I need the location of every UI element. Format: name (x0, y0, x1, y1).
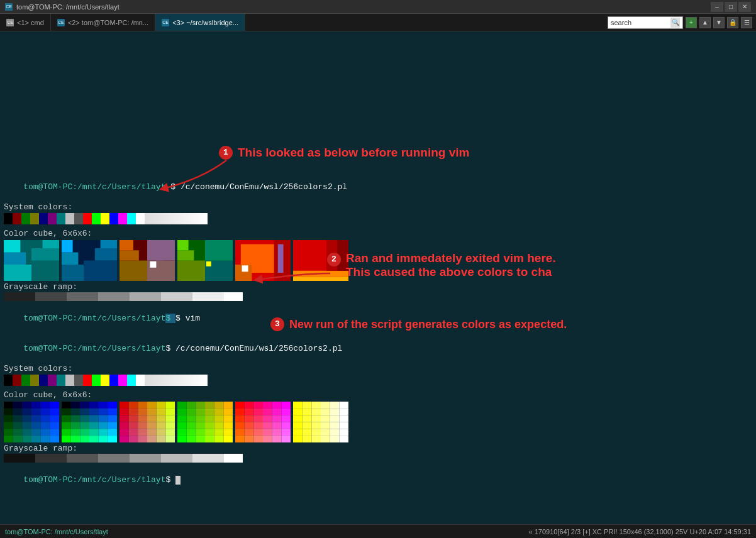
tab-2-icon: CE (57, 19, 65, 26)
command-line-1: tom@TOM-PC:/mnt/c/Users/tlayt $ /c/conem… (4, 172, 752, 202)
cube-8 (62, 402, 117, 442)
search-go-button[interactable]: 🔍 (670, 18, 680, 28)
tab-2-label: <2> tom@TOM-PC: /mn... (68, 19, 148, 26)
tab-2[interactable]: CE <2> tom@TOM-PC: /mn... (51, 14, 155, 31)
statusbar: tom@TOM-PC: /mnt/c/Users/tlayt « 170910[… (0, 524, 756, 538)
cube-9 (120, 402, 175, 442)
system-colors-label-2: System colors: (4, 364, 752, 374)
scroll-up-button[interactable]: ▲ (699, 17, 711, 28)
annotation-2-text-2: This caused the above colors to cha (346, 265, 556, 279)
color-cube-label-1: Color cube, 6x6x6: (4, 229, 752, 239)
tab-1-icon: CE (6, 19, 14, 26)
titlebar-title: tom@TOM-PC: /mnt/c/Users/tlayt (16, 3, 120, 11)
grayscale-bar-1 (4, 292, 243, 301)
annotation-1: 1 This looked as below before running vi… (219, 146, 469, 160)
annotation-3: 3 New run of the script generates colors… (270, 317, 567, 331)
system-colors-label-1: System colors: (4, 202, 752, 212)
system-colors-row-2 (4, 375, 752, 386)
tab-3[interactable]: CE <3> ~/src/wslbridge... (155, 14, 245, 31)
titlebar: CE tom@TOM-PC: /mnt/c/Users/tlayt – □ ✕ (0, 0, 756, 14)
cube-1 (4, 240, 59, 281)
cube-4 (177, 240, 233, 281)
lock-button[interactable]: 🔒 (727, 17, 738, 28)
annotation-1-text: This looked as below before running vim (238, 146, 469, 160)
scroll-down-button[interactable]: ▼ (713, 17, 725, 28)
titlebar-left: CE tom@TOM-PC: /mnt/c/Users/tlayt (5, 3, 120, 11)
tab-3-icon: CE (162, 19, 169, 26)
cube-10 (177, 402, 233, 442)
command-line-3: tom@TOM-PC:/mnt/c/Users/tlayt$ /c/conemu… (4, 334, 752, 364)
cube-12 (293, 402, 348, 442)
cube-5 (235, 240, 291, 281)
close-button[interactable]: ✕ (738, 2, 751, 12)
menu-button[interactable]: ☰ (741, 17, 752, 28)
search-input[interactable] (611, 19, 670, 26)
cube-3 (120, 240, 175, 281)
statusbar-left: tom@TOM-PC: /mnt/c/Users/tlayt (5, 528, 108, 535)
statusbar-right: « 170910[64] 2/3 [+] XC PRI! 150x46 (32,… (529, 528, 751, 535)
prompt-1: tom@TOM-PC:/mnt/c/Users/tlayt (23, 182, 165, 192)
grayscale-label-1: Grayscale ramp: (4, 282, 752, 292)
tabbar-right: 🔍 + ▲ ▼ 🔒 ☰ (604, 14, 756, 31)
cube-11 (235, 402, 291, 442)
cube-2 (62, 240, 117, 281)
tab-3-label: <3> ~/src/wslbridge... (172, 19, 238, 26)
tab-1-label: <1> cmd (17, 19, 44, 26)
maximize-button[interactable]: □ (725, 2, 737, 12)
tab-1[interactable]: CE <1> cmd (0, 14, 51, 31)
annotation-2-text-1: Ran and immedately exited vim here. (346, 251, 556, 265)
cube-row-2 (4, 402, 752, 442)
terminal[interactable]: tom@TOM-PC:/mnt/c/Users/tlayt $ /c/conem… (0, 31, 756, 524)
color-cube-label-2: Color cube, 6x6x6: (4, 390, 752, 400)
tabbar: CE <1> cmd CE <2> tom@TOM-PC: /mn... CE … (0, 14, 756, 31)
add-tab-button[interactable]: + (686, 17, 697, 28)
annotation-2: 2 Ran and immedately exited vim here. Th… (327, 251, 556, 279)
annotation-3-text: New run of the script generates colors a… (289, 318, 567, 331)
system-colors-row-1 (4, 213, 752, 224)
app-icon: CE (5, 3, 13, 11)
grayscale-bar-2 (4, 454, 243, 463)
search-box[interactable]: 🔍 (608, 16, 683, 29)
minimize-button[interactable]: – (711, 2, 723, 12)
titlebar-controls[interactable]: – □ ✕ (711, 2, 751, 12)
cursor-block (175, 476, 181, 485)
cube-7 (4, 402, 59, 442)
grayscale-label-2: Grayscale ramp: (4, 444, 752, 454)
final-prompt: tom@TOM-PC:/mnt/c/Users/tlayt$ (4, 465, 752, 495)
